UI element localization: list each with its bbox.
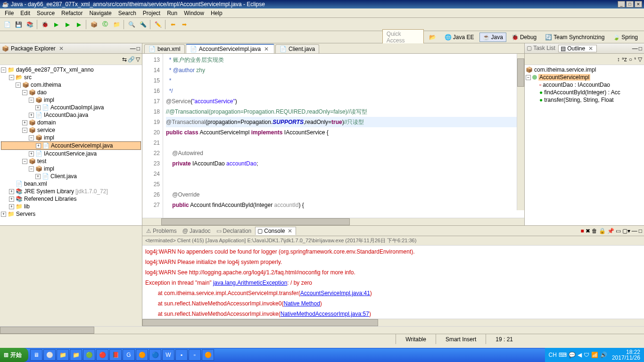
taskbar-item[interactable]: 📁 bbox=[57, 349, 69, 361]
display-icon[interactable]: ▭ bbox=[616, 228, 621, 234]
coverage-button[interactable]: ▶ bbox=[74, 19, 84, 30]
tab-declaration[interactable]: ▭Declaration bbox=[215, 227, 254, 235]
editor-tab-bean[interactable]: 📄bean.xml bbox=[144, 44, 185, 53]
menu-help[interactable]: Help bbox=[208, 9, 225, 16]
filter-icon[interactable]: ᵃz bbox=[622, 56, 627, 63]
code-editor[interactable]: 131415161718192021222324252627 * 账户的业务层实… bbox=[142, 54, 524, 218]
outline-tree[interactable]: 📦com.itheima.service.impl −AccountServic… bbox=[525, 65, 644, 225]
new-package-button[interactable]: 📦 bbox=[89, 19, 99, 30]
taskbar-item[interactable]: 🔵 bbox=[149, 349, 161, 361]
view-close-icon[interactable]: ✕ bbox=[58, 45, 65, 52]
tray-icon[interactable]: 🔊 bbox=[600, 352, 607, 358]
close-button[interactable]: ✕ bbox=[635, 1, 642, 8]
hide-fields-icon[interactable]: ○ bbox=[629, 56, 632, 63]
save-button[interactable]: 💾 bbox=[13, 19, 24, 30]
min-icon[interactable]: — bbox=[632, 45, 638, 52]
run-last-button[interactable]: ▶ bbox=[62, 19, 73, 30]
taskbar-item[interactable]: ▫ bbox=[189, 349, 201, 361]
open-type-button[interactable]: 🔍 bbox=[126, 19, 137, 30]
menu-window[interactable]: Window bbox=[181, 9, 207, 16]
editor-tab-client[interactable]: 📄Client.java bbox=[275, 44, 319, 53]
taskbar-item[interactable]: 🟠 bbox=[202, 349, 214, 361]
taskbar-item[interactable]: 📁 bbox=[70, 349, 82, 361]
editor-vert-scrollbar[interactable] bbox=[517, 54, 524, 210]
menu-refactor[interactable]: Refactor bbox=[58, 9, 85, 16]
editor-horiz-scrollbar[interactable] bbox=[142, 218, 524, 225]
perspective-debug[interactable]: 🐞Debug bbox=[508, 33, 540, 42]
view-menu-icon[interactable]: ▽ bbox=[136, 56, 140, 63]
back-button[interactable]: ⬅ bbox=[168, 19, 178, 30]
lang-indicator[interactable]: CH bbox=[549, 352, 557, 358]
start-button[interactable]: ⊞开始 bbox=[0, 348, 28, 362]
menu-source[interactable]: Source bbox=[34, 9, 58, 16]
terminate-icon[interactable]: ■ bbox=[581, 228, 584, 234]
quick-access-input[interactable]: Quick Access bbox=[382, 29, 424, 45]
save-all-button[interactable]: 📚 bbox=[25, 19, 35, 30]
tray-icon[interactable]: 🛡 bbox=[584, 352, 589, 358]
taskbar-item[interactable]: 🟢 bbox=[83, 349, 95, 361]
main-toolbar: 📄 💾 📚 🐞 ▶ ▶ ▶ 📦 Ⓒ 📁 🔍 🔦 ✏️ ⬅ ➡ bbox=[0, 18, 644, 31]
perspective-spring[interactable]: 🍃Spring bbox=[610, 33, 641, 42]
tab-console[interactable]: ▢Console✕ bbox=[255, 227, 296, 235]
remove-all-icon[interactable]: ✖ bbox=[586, 228, 590, 234]
debug-button[interactable]: 🐞 bbox=[40, 19, 50, 30]
minimize-view-icon[interactable]: — bbox=[130, 45, 136, 52]
editor-tab-account-service[interactable]: 📄AccountServiceImpl.java✕ bbox=[186, 44, 274, 53]
taskbar-item[interactable]: ▪ bbox=[175, 349, 188, 361]
tray-icon[interactable]: ⌨ bbox=[559, 352, 567, 358]
perspective-java[interactable]: ☕Java bbox=[479, 33, 506, 42]
pin-icon[interactable]: 📌 bbox=[607, 228, 614, 234]
maximize-view-icon[interactable]: □ bbox=[137, 45, 140, 52]
menu-search[interactable]: Search bbox=[116, 9, 139, 16]
scroll-lock-icon[interactable]: 🔒 bbox=[599, 228, 606, 234]
link-editor-icon[interactable]: 🔗 bbox=[128, 56, 135, 63]
menu-file[interactable]: File bbox=[2, 9, 17, 16]
tray-icon[interactable]: 📶 bbox=[591, 352, 598, 358]
taskbar-item[interactable]: ⚪ bbox=[43, 349, 56, 361]
tray-icon[interactable]: ◀ bbox=[578, 352, 582, 358]
toggle-mark-button[interactable]: ✏️ bbox=[153, 19, 163, 30]
taskbar-item[interactable]: 🔴 bbox=[96, 349, 108, 361]
open-console-icon[interactable]: ▢▾ bbox=[622, 228, 630, 234]
tab-outline[interactable]: ▤ Outline ✕ bbox=[558, 45, 597, 52]
system-tray[interactable]: CH ⌨ 💬 ◀ 🛡 📶 🔊 18:22 2017/11/26 bbox=[545, 348, 644, 362]
console-horiz-scrollbar[interactable] bbox=[142, 319, 644, 326]
new-folder-button[interactable]: 📁 bbox=[111, 19, 122, 30]
search-button[interactable]: 🔦 bbox=[138, 19, 148, 30]
maximize-button[interactable]: □ bbox=[626, 1, 634, 8]
min-icon[interactable]: — bbox=[632, 228, 637, 234]
max-icon[interactable]: □ bbox=[639, 45, 642, 52]
open-perspective-button[interactable]: 📂 bbox=[426, 33, 439, 42]
taskbar-item[interactable]: 🖥 bbox=[30, 349, 42, 361]
tray-icon[interactable]: 💬 bbox=[569, 352, 576, 358]
forward-button[interactable]: ➡ bbox=[179, 19, 190, 30]
menu-edit[interactable]: Edit bbox=[17, 9, 33, 16]
sort-icon[interactable]: ↕ bbox=[617, 56, 620, 63]
console-output[interactable]: log4j:WARN No appenders could be found f… bbox=[142, 246, 644, 319]
view-menu-icon[interactable]: ▽ bbox=[638, 56, 642, 63]
max-icon[interactable]: □ bbox=[639, 228, 642, 234]
menu-navigate[interactable]: Navigate bbox=[86, 9, 114, 16]
hide-static-icon[interactable]: ˢ bbox=[634, 56, 636, 63]
menu-run[interactable]: Run bbox=[164, 9, 180, 16]
taskbar-item[interactable]: 📕 bbox=[109, 349, 122, 361]
taskbar-item[interactable]: W bbox=[162, 349, 174, 361]
run-button[interactable]: ▶ bbox=[51, 19, 61, 30]
clear-icon[interactable]: 🗑 bbox=[592, 228, 597, 234]
new-button[interactable]: 📄 bbox=[2, 19, 12, 30]
tab-task-list[interactable]: ▢ Task List bbox=[527, 45, 555, 52]
perspective-team[interactable]: 🔄Team Synchronizing bbox=[542, 33, 608, 42]
package-tree[interactable]: −📁day66_ee287_07Tx_xml_anno −📂src −📦com.… bbox=[0, 65, 142, 225]
collapse-all-icon[interactable]: ⇆ bbox=[122, 56, 127, 63]
main-horiz-scrollbar[interactable] bbox=[0, 326, 644, 334]
minimize-button[interactable]: _ bbox=[618, 1, 625, 8]
menu-project[interactable]: Project bbox=[140, 9, 163, 16]
tab-close-icon[interactable]: ✕ bbox=[263, 46, 270, 52]
taskbar-item[interactable]: 🟠 bbox=[136, 349, 148, 361]
tab-problems[interactable]: ⚠Problems bbox=[144, 227, 179, 235]
tab-javadoc[interactable]: @Javadoc bbox=[181, 227, 213, 235]
new-class-button[interactable]: Ⓒ bbox=[100, 19, 110, 30]
perspective-javaee[interactable]: 🌐Java EE bbox=[441, 33, 478, 42]
taskbar-item[interactable]: G bbox=[123, 349, 135, 361]
expander-icon[interactable]: − bbox=[1, 67, 6, 73]
